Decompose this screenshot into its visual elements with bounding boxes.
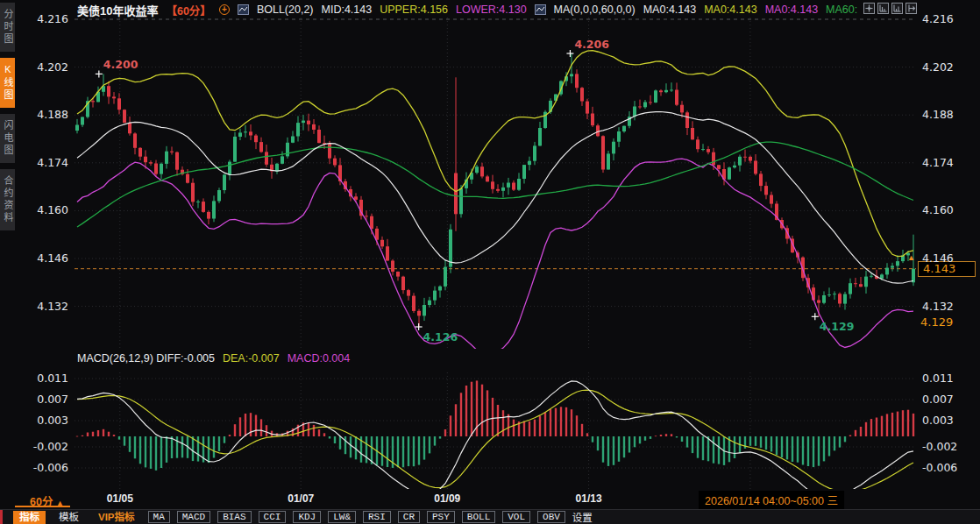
indicator-button-PSY[interactable]: PSY	[427, 511, 455, 523]
chart-header: 美债10年收益率 【60分】 + BOLL(20,2) MID:4.143 UP…	[77, 3, 857, 17]
price-axis-label-left: 4.174	[16, 156, 68, 169]
indicator-toolbar: 指标 模板 VIP指标 MAMACDBIASCCIKDJLW&RSICRPSYB…	[0, 509, 980, 524]
indicator-button-CR[interactable]: CR	[398, 511, 420, 523]
price-axis-label-right: 4.188	[922, 108, 976, 121]
boll-upper-value: UPPER:4.156	[380, 4, 448, 16]
indicator-button-BIAS[interactable]: BIAS	[217, 511, 251, 523]
indicator-buttons-group: MAMACDBIASCCIKDJLW&RSICRPSYBOLLVOLOBV	[148, 511, 565, 523]
indicator-button-KDJ[interactable]: KDJ	[293, 511, 321, 523]
price-axis-label-left: 4.216	[16, 12, 68, 25]
ma0-yellow-value: MA0:4.143	[704, 4, 756, 16]
period-underline	[15, 506, 70, 507]
macd-axis-label-left: 0.011	[16, 372, 68, 385]
indicator-button-CCI[interactable]: CCI	[259, 511, 287, 523]
price-axis-label-left: 4.188	[16, 108, 68, 121]
ma0-magenta-value: MA0:4.143	[765, 4, 818, 16]
pan-right-icon[interactable]	[905, 3, 917, 14]
macd-axis-label-right: 0.011	[922, 372, 976, 385]
toolbar-accent-stripe	[0, 510, 3, 524]
candlestick-pane[interactable]: 4.2004.2064.1264.129	[75, 18, 916, 349]
price-axis-label-right: 4.216	[922, 12, 976, 25]
sidebar-tab-K线图[interactable]: K线图	[0, 58, 15, 108]
date-label-01/13: 01/13	[576, 492, 602, 505]
boll-legend-icon	[238, 4, 249, 15]
axis-zoom-out-icon[interactable]	[891, 3, 903, 14]
indicator-button-BOLL[interactable]: BOLL	[462, 511, 495, 523]
macd-header: MACD(26,12,9) DIFF:-0.005 DEA:-0.007 MAC…	[77, 352, 350, 365]
ma60-label: MA60:	[826, 4, 857, 16]
ma-low-price-tag: 4.129	[920, 315, 953, 329]
svg-text:4.126: 4.126	[423, 330, 458, 343]
macd-axis-label-left: 0.003	[16, 414, 68, 427]
trading-app-window: 分时图K线图闪电图合约资料 美债10年收益率 【60分】 + BOLL(20,2…	[0, 0, 980, 524]
macd-axis-label-right: -0.002	[922, 440, 976, 453]
indicator-button-RSI[interactable]: RSI	[363, 511, 391, 523]
macd-dea-value: DEA:-0.007	[223, 352, 280, 365]
sidebar-tab-闪电图[interactable]: 闪电图	[0, 114, 15, 163]
indicator-button-LW&[interactable]: LW&	[328, 511, 356, 523]
ma0-white-value: MA0:4.143	[643, 4, 696, 16]
settings-button[interactable]: 设置	[572, 510, 593, 524]
price-axis-label-right: 4.174	[922, 156, 976, 169]
add-indicator-icon[interactable]: +	[219, 4, 230, 15]
indicator-button-VOL[interactable]: VOL	[502, 511, 530, 523]
macd-axis-label-left: -0.002	[16, 440, 68, 453]
macd-macd-value: MACD:0.004	[288, 352, 351, 365]
svg-text:4.206: 4.206	[574, 38, 609, 51]
price-axis-label-left: 4.146	[16, 251, 68, 265]
axis-zoom-in-icon[interactable]	[877, 3, 889, 14]
svg-text:4.129: 4.129	[820, 320, 855, 333]
price-axis-label-right: 4.146	[922, 251, 976, 265]
price-axis-label-right: 4.202	[922, 60, 976, 74]
date-label-01/05: 01/05	[107, 492, 133, 505]
boll-mid-value: MID:4.143	[322, 4, 373, 16]
toolbar-tab-vip[interactable]: VIP指标	[92, 511, 141, 524]
price-axis-label-left: 4.132	[16, 300, 68, 313]
date-label-01/09: 01/09	[434, 492, 460, 505]
boll-lower-value: LOWER:4.130	[456, 4, 527, 16]
toolbar-tab-template[interactable]: 模板	[53, 511, 85, 524]
macd-axis-label-left: -0.006	[16, 461, 68, 474]
price-direction-arrow: ▲	[907, 253, 915, 262]
ma-legend-icon	[535, 4, 546, 15]
ma-name-label: MA(0,0,0,60,0,0)	[554, 4, 636, 16]
indicator-button-MACD[interactable]: MACD	[177, 511, 210, 523]
chart-corner-tools	[863, 3, 917, 14]
time-axis: 60分 ▲ 2026/01/14 04:00~05:00 三 01/0501/0…	[0, 489, 980, 509]
toolbar-tab-indicator[interactable]: 指标	[13, 511, 46, 524]
period-tag: 【60分】	[166, 2, 210, 18]
price-axis-label-left: 4.202	[16, 60, 68, 74]
macd-axis-label-left: 0.007	[16, 393, 68, 406]
price-axis-label-right: 4.160	[922, 203, 976, 216]
macd-axis-label-right: -0.006	[922, 461, 976, 474]
indicator-button-OBV[interactable]: OBV	[537, 511, 565, 523]
price-axis-label-right: 4.132	[922, 300, 976, 313]
indicator-button-MA[interactable]: MA	[148, 511, 170, 523]
boll-name-label: BOLL(20,2)	[257, 4, 314, 16]
macd-axis-label-right: 0.003	[922, 414, 976, 427]
macd-axis-label-right: 0.007	[922, 393, 976, 406]
sidebar-tab-合约资料[interactable]: 合约资料	[0, 169, 15, 230]
date-label-01/07: 01/07	[288, 492, 314, 505]
chart-mode-sidebar: 分时图K线图闪电图合约资料	[0, 0, 15, 491]
macd-name-diff-value: MACD(26,12,9) DIFF:-0.005	[77, 352, 215, 365]
pan-icon[interactable]	[863, 3, 875, 14]
svg-text:4.200: 4.200	[103, 58, 138, 71]
sidebar-tab-分时图[interactable]: 分时图	[0, 3, 15, 52]
price-axis-label-left: 4.160	[16, 203, 68, 216]
hovered-candle-timestamp: 2026/01/14 04:00~05:00 三	[699, 491, 844, 509]
macd-pane[interactable]	[75, 372, 916, 489]
instrument-title: 美债10年收益率	[77, 2, 158, 18]
